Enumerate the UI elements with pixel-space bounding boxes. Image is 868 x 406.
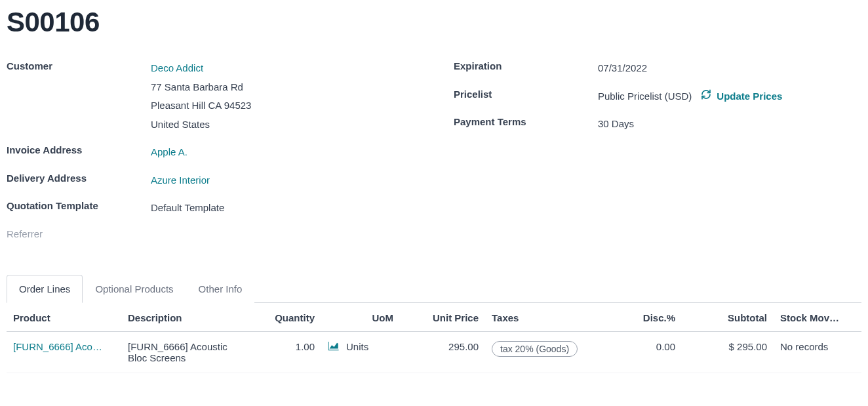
customer-value: Deco Addict 77 Santa Barbara Rd Pleasant… — [151, 59, 414, 134]
customer-name-link[interactable]: Deco Addict — [151, 59, 414, 78]
col-subtotal[interactable]: Subtotal — [682, 303, 774, 332]
pricelist-label: Pricelist — [454, 87, 598, 100]
invoice-address-row: Invoice Address Apple A. — [7, 143, 414, 162]
quotation-template-value[interactable]: Default Template — [151, 199, 414, 218]
pricelist-value-container: Public Pricelist (USD) Update Prices — [598, 87, 861, 106]
pricelist-value[interactable]: Public Pricelist (USD) — [598, 87, 692, 106]
col-product[interactable]: Product — [7, 303, 121, 332]
table-row[interactable]: [FURN_6666] Aco… [FURN_6666] Acoustic Bl… — [7, 331, 861, 373]
form-right-column: Expiration 07/31/2022 Pricelist Public P… — [454, 59, 861, 249]
customer-address-line2: Pleasant Hill CA 94523 — [151, 96, 414, 115]
form-left-column: Customer Deco Addict 77 Santa Barbara Rd… — [7, 59, 414, 249]
table-header-row: Product Description Quantity UoM Unit Pr… — [7, 303, 861, 332]
update-prices-label: Update Prices — [717, 87, 782, 106]
customer-row: Customer Deco Addict 77 Santa Barbara Rd… — [7, 59, 414, 134]
delivery-address-value[interactable]: Azure Interior — [151, 171, 414, 190]
cell-subtotal[interactable]: $ 295.00 — [682, 331, 774, 373]
cell-product[interactable]: [FURN_6666] Aco… — [7, 331, 121, 373]
delivery-address-label: Delivery Address — [7, 171, 151, 184]
tab-optional-products[interactable]: Optional Products — [83, 275, 186, 303]
customer-address-line3: United States — [151, 115, 414, 134]
delivery-address-row: Delivery Address Azure Interior — [7, 171, 414, 190]
uom-text: Units — [346, 341, 368, 352]
col-disc[interactable]: Disc.% — [610, 303, 682, 332]
cell-unit-price[interactable]: 295.00 — [400, 331, 485, 373]
payment-terms-label: Payment Terms — [454, 115, 598, 127]
refresh-icon — [701, 87, 711, 106]
product-link[interactable]: [FURN_6666] Aco… — [13, 341, 102, 352]
col-stock-moves[interactable]: Stock Mov… — [774, 303, 861, 332]
cell-disc[interactable]: 0.00 — [610, 331, 682, 373]
tab-order-lines[interactable]: Order Lines — [7, 275, 83, 303]
expiration-row: Expiration 07/31/2022 — [454, 59, 861, 78]
quotation-template-row: Quotation Template Default Template — [7, 199, 414, 218]
col-taxes[interactable]: Taxes — [485, 303, 610, 332]
cell-stock-moves[interactable]: No records — [774, 331, 861, 373]
col-description[interactable]: Description — [121, 303, 243, 332]
payment-terms-row: Payment Terms 30 Days — [454, 115, 861, 134]
payment-terms-value[interactable]: 30 Days — [598, 115, 861, 134]
update-prices-button[interactable]: Update Prices — [701, 87, 782, 106]
expiration-value[interactable]: 07/31/2022 — [598, 59, 861, 78]
expiration-label: Expiration — [454, 59, 598, 71]
form-grid: Customer Deco Addict 77 Santa Barbara Rd… — [7, 59, 861, 249]
pricelist-row: Pricelist Public Pricelist (USD) Update … — [454, 87, 861, 106]
customer-label: Customer — [7, 59, 151, 71]
quotation-template-label: Quotation Template — [7, 199, 151, 211]
order-lines-table: Product Description Quantity UoM Unit Pr… — [7, 303, 861, 373]
referrer-row: Referrer — [7, 227, 414, 239]
cell-taxes[interactable]: tax 20% (Goods) — [485, 331, 610, 373]
tabs: Order Lines Optional Products Other Info — [7, 275, 861, 303]
tab-other-info[interactable]: Other Info — [186, 275, 255, 303]
cell-description[interactable]: [FURN_6666] Acoustic Bloc Screens — [121, 331, 243, 373]
col-unit-price[interactable]: Unit Price — [400, 303, 485, 332]
col-uom[interactable]: UoM — [321, 303, 400, 332]
page-title: S00106 — [7, 7, 861, 38]
referrer-label: Referrer — [7, 227, 151, 239]
customer-address: 77 Santa Barbara Rd Pleasant Hill CA 945… — [151, 78, 414, 134]
invoice-address-value[interactable]: Apple A. — [151, 143, 414, 162]
forecast-chart-icon[interactable] — [328, 342, 340, 351]
customer-address-line1: 77 Santa Barbara Rd — [151, 78, 414, 97]
cell-uom[interactable]: Units — [321, 331, 400, 373]
col-quantity[interactable]: Quantity — [243, 303, 321, 332]
tax-tag[interactable]: tax 20% (Goods) — [492, 341, 578, 357]
invoice-address-label: Invoice Address — [7, 143, 151, 155]
cell-quantity[interactable]: 1.00 — [243, 331, 321, 373]
